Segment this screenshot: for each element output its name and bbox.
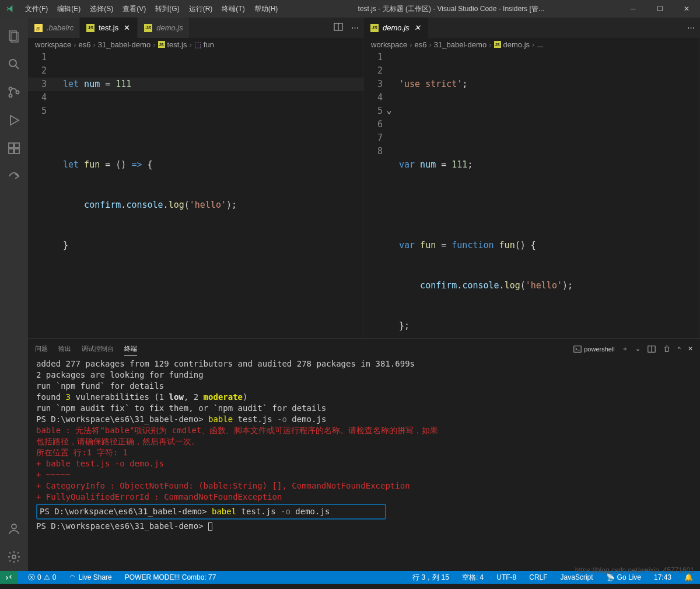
tab-label: demo.js (156, 23, 183, 32)
symbol-icon: ⬚ (194, 40, 201, 49)
bc-seg[interactable]: workspace (35, 40, 71, 49)
status-liveshare[interactable]: Live Share (66, 571, 114, 584)
statusbar: ⓧ 0 ⚠ 0 Live Share POWER MODE!!! Combo: … (0, 571, 700, 584)
settings-icon[interactable] (0, 543, 28, 571)
source-control-icon[interactable] (0, 78, 28, 106)
editor-right[interactable]: 1 2 3 4 5 6 7 8 ⌄ 'use strict'; var num … (364, 51, 699, 339)
svg-marker-7 (10, 116, 19, 125)
menubar: 文件(F) 编辑(E) 选择(S) 查看(V) 转到(G) 运行(R) 终端(T… (20, 0, 282, 18)
tab-babelrc[interactable]: B.babelrc (28, 18, 80, 38)
status-golive[interactable]: 📡 Go Live (604, 571, 643, 584)
close-button[interactable]: ✕ (673, 0, 700, 18)
minimap[interactable] (664, 51, 699, 339)
breadcrumb-left[interactable]: workspace› es6› 31_babel-demo› JS test.j… (28, 38, 363, 51)
bc-seg[interactable]: es6 (414, 40, 426, 49)
svg-point-6 (16, 91, 19, 94)
minimize-button[interactable]: ─ (620, 0, 646, 18)
close-panel-icon[interactable]: ✕ (688, 345, 693, 353)
terminal[interactable]: added 277 packages from 129 contributors… (28, 358, 700, 571)
close-icon[interactable]: ✕ (122, 23, 131, 32)
terminal-dropdown-icon[interactable]: ⌄ (635, 345, 640, 353)
status-notifications-icon[interactable]: 🔔 (682, 571, 695, 584)
svg-text:B: B (36, 26, 40, 32)
bc-seg[interactable]: test.js (167, 40, 187, 49)
menu-terminal[interactable]: 终端(T) (217, 0, 249, 18)
new-terminal-icon[interactable]: ＋ (622, 344, 628, 353)
menu-file[interactable]: 文件(F) (20, 0, 52, 18)
activity-bar (0, 18, 28, 571)
menu-help[interactable]: 帮助(H) (250, 0, 283, 18)
svg-point-5 (9, 95, 12, 97)
tab-label: demo.js (383, 23, 410, 32)
svg-point-2 (9, 60, 16, 67)
maximize-button[interactable]: ☐ (646, 0, 673, 18)
editor-pane-left: B.babelrc JStest.js✕ JSdemo.js ⋯ workspa… (28, 18, 364, 339)
svg-point-12 (12, 524, 16, 529)
bc-seg[interactable]: demo.js (503, 40, 530, 49)
more-actions-icon[interactable]: ⋯ (687, 23, 695, 32)
explorer-icon[interactable] (0, 22, 28, 50)
split-editor-icon[interactable] (334, 22, 343, 33)
bc-seg[interactable]: workspace (371, 40, 407, 49)
tab-demojs[interactable]: JSdemo.js (138, 18, 190, 38)
search-icon[interactable] (0, 50, 28, 78)
tab-testjs[interactable]: JStest.js✕ (80, 18, 138, 38)
menu-run[interactable]: 运行(R) (184, 0, 218, 18)
status-time[interactable]: 17:43 (652, 571, 674, 584)
babel-icon: B (34, 23, 43, 33)
js-icon: JS (86, 24, 94, 32)
status-cursor[interactable]: 行 3，列 15 (410, 571, 452, 584)
terminal-shell-label[interactable]: powershell (573, 345, 615, 353)
split-terminal-icon[interactable] (648, 345, 656, 353)
status-spaces[interactable]: 空格: 4 (460, 571, 486, 584)
status-eol[interactable]: CRLF (527, 571, 550, 584)
run-debug-icon[interactable] (0, 106, 28, 134)
editor-left[interactable]: 1 2 3 4 5 let num = 111 let fun = () => … (28, 51, 363, 339)
extensions-icon[interactable] (0, 134, 28, 162)
bc-seg[interactable]: 31_babel-demo (98, 40, 150, 49)
highlighted-command: PS D:\workspace\es6\31_babel-demo> babel… (36, 504, 386, 520)
svg-rect-11 (15, 143, 19, 148)
bc-seg[interactable]: fun (204, 40, 214, 49)
panel-tab-output[interactable]: 输出 (58, 342, 71, 356)
kill-terminal-icon[interactable] (663, 345, 671, 353)
menu-goto[interactable]: 转到(G) (150, 0, 184, 18)
svg-line-3 (16, 66, 19, 69)
svg-rect-18 (574, 346, 581, 352)
menu-view[interactable]: 查看(V) (118, 0, 150, 18)
minimap[interactable] (328, 51, 363, 339)
status-language[interactable]: JavaScript (558, 571, 596, 584)
bc-seg[interactable]: 31_babel-demo (434, 40, 487, 49)
titlebar: 文件(F) 编辑(E) 选择(S) 查看(V) 转到(G) 运行(R) 终端(T… (0, 0, 700, 18)
bc-seg[interactable]: ... (537, 40, 543, 49)
accounts-icon[interactable] (0, 515, 28, 543)
js-icon: JS (144, 24, 152, 32)
maximize-panel-icon[interactable]: ^ (678, 346, 681, 353)
breadcrumb-right[interactable]: workspace› es6› 31_babel-demo› JS demo.j… (364, 38, 699, 51)
svg-rect-10 (15, 149, 19, 154)
panel: 问题 输出 调试控制台 终端 powershell ＋ ⌄ ^ ✕ added … (28, 339, 700, 571)
fold-icon[interactable]: ⌄ (385, 106, 393, 114)
share-icon[interactable] (0, 162, 28, 190)
window-title: test.js - 无标题 (工作区) - Visual Studio Code… (282, 4, 620, 14)
tab-demojs-right[interactable]: JSdemo.js✕ (364, 18, 429, 38)
tab-label: .babelrc (47, 23, 74, 32)
panel-tab-terminal[interactable]: 终端 (124, 342, 137, 356)
panel-tab-debug[interactable]: 调试控制台 (82, 342, 114, 356)
bc-seg[interactable]: es6 (78, 40, 90, 49)
tab-label: test.js (99, 23, 118, 32)
js-icon: JS (370, 24, 379, 32)
svg-rect-8 (9, 143, 13, 148)
panel-tab-problems[interactable]: 问题 (35, 342, 48, 356)
status-errors[interactable]: ⓧ 0 ⚠ 0 (26, 571, 58, 584)
vscode-icon (0, 4, 20, 13)
more-actions-icon[interactable]: ⋯ (351, 23, 359, 32)
menu-edit[interactable]: 编辑(E) (52, 0, 85, 18)
menu-selection[interactable]: 选择(S) (85, 0, 118, 18)
remote-indicator[interactable] (0, 571, 18, 584)
status-powermode[interactable]: POWER MODE!!! Combo: 77 (123, 571, 219, 584)
svg-rect-9 (9, 149, 13, 154)
status-encoding[interactable]: UTF-8 (494, 571, 519, 584)
close-icon[interactable]: ✕ (413, 23, 422, 32)
svg-point-4 (9, 88, 12, 90)
